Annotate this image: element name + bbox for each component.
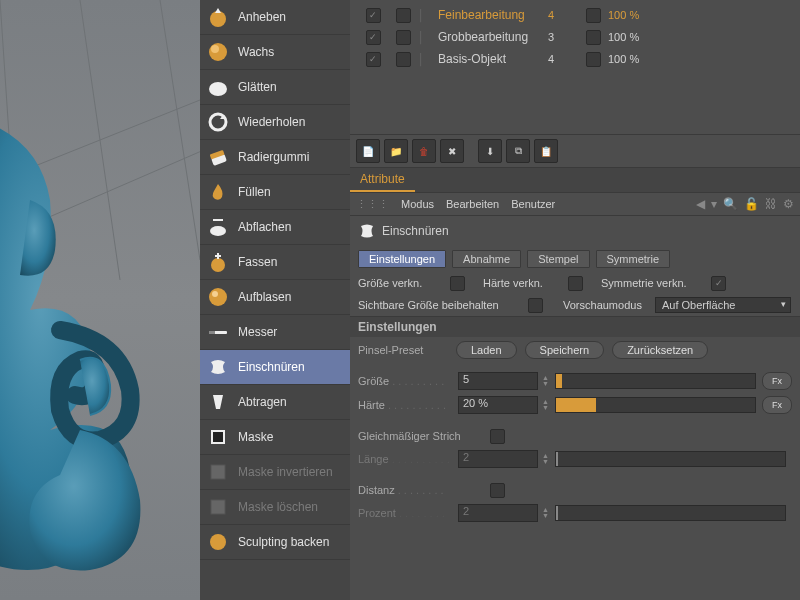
tool-label: Füllen	[238, 185, 271, 199]
spinner-icon: ▲▼	[542, 453, 549, 465]
tool-label: Abtragen	[238, 395, 287, 409]
svg-rect-23	[211, 500, 225, 514]
tool-aufblasen[interactable]: Aufblasen	[200, 280, 350, 315]
tool-label: Maske löschen	[238, 500, 318, 514]
spinner-icon[interactable]: ▲▼	[542, 399, 549, 411]
svg-point-6	[210, 11, 226, 27]
extra-checkbox[interactable]	[586, 30, 601, 45]
svg-point-9	[209, 82, 227, 96]
tool-label: Aufblasen	[238, 290, 291, 304]
settings-icon[interactable]: ⚙	[783, 197, 794, 211]
tab-symmetrie[interactable]: Symmetrie	[596, 250, 671, 268]
tool-wachs[interactable]: Wachs	[200, 35, 350, 70]
reset-button[interactable]: Zurücksetzen	[612, 341, 708, 359]
svg-rect-19	[209, 331, 215, 334]
size-input[interactable]: 5	[458, 372, 538, 390]
visible-checkbox[interactable]	[366, 52, 381, 67]
add-layer-icon[interactable]: 📄	[356, 139, 380, 163]
level-row[interactable]: │ Basis-Objekt 4 100 %	[350, 48, 800, 70]
hardness-link-checkbox[interactable]	[568, 276, 583, 291]
lock-icon[interactable]: 🔓	[744, 197, 759, 211]
visible-checkbox[interactable]	[366, 30, 381, 45]
tool-maske[interactable]: Maske	[200, 420, 350, 455]
abtragen-icon	[206, 390, 230, 414]
tool-radiergummi[interactable]: Radiergummi	[200, 140, 350, 175]
distance-checkbox[interactable]	[490, 483, 505, 498]
menu-bearbeiten[interactable]: Bearbeiten	[446, 198, 499, 210]
level-name: Basis-Objekt	[438, 52, 548, 66]
percent-label: Prozent . . . . . . . .	[358, 507, 458, 519]
menu-benutzer[interactable]: Benutzer	[511, 198, 555, 210]
hardness-input[interactable]: 20 %	[458, 396, 538, 414]
length-slider	[555, 451, 786, 467]
nav-menu-icon[interactable]: ▾	[711, 197, 717, 211]
save-button[interactable]: Speichern	[525, 341, 605, 359]
tool-label: Wachs	[238, 45, 274, 59]
link-options-row: Größe verkn. Härte verkn. Symmetrie verk…	[350, 272, 800, 294]
spinner-icon[interactable]: ▲▼	[542, 375, 549, 387]
visible-size-checkbox[interactable]	[528, 298, 543, 313]
tool-label: Fassen	[238, 255, 277, 269]
menu-modus[interactable]: Modus	[401, 198, 434, 210]
tool-abflachen[interactable]: Abflachen	[200, 210, 350, 245]
fx-button[interactable]: Fx	[762, 396, 792, 414]
tool-maske-invertieren[interactable]: Maske invertieren	[200, 455, 350, 490]
symmetry-link-checkbox[interactable]	[711, 276, 726, 291]
tool-label: Abflachen	[238, 220, 291, 234]
tool-glaetten[interactable]: Glätten	[200, 70, 350, 105]
tool-maske-loeschen[interactable]: Maske löschen	[200, 490, 350, 525]
tool-fassen[interactable]: Fassen	[200, 245, 350, 280]
extra-checkbox[interactable]	[586, 8, 601, 23]
tool-sculpting-backen[interactable]: Sculpting backen	[200, 525, 350, 560]
tool-einschnueren[interactable]: Einschnüren	[200, 350, 350, 385]
visible-checkbox[interactable]	[366, 8, 381, 23]
extra-checkbox[interactable]	[586, 52, 601, 67]
clear-icon[interactable]: ✖	[440, 139, 464, 163]
glaetten-icon	[206, 75, 230, 99]
copy-icon[interactable]: ⧉	[506, 139, 530, 163]
tool-palette: Anheben Wachs Glätten Wiederholen Radier…	[200, 0, 350, 600]
tab-abnahme[interactable]: Abnahme	[452, 250, 521, 268]
size-slider[interactable]	[555, 373, 756, 389]
fx-button[interactable]: Fx	[762, 372, 792, 390]
tool-label: Messer	[238, 325, 277, 339]
right-panel: │ Feinbearbeitung 4 100 % │ Grobbearbeit…	[350, 0, 800, 600]
level-subdiv: 3	[548, 31, 578, 43]
attribute-menubar: ⋮⋮⋮ Modus Bearbeiten Benutzer ◀ ▾ 🔍 🔓 ⛓ …	[350, 193, 800, 216]
tab-stempel[interactable]: Stempel	[527, 250, 589, 268]
lock-checkbox[interactable]	[396, 8, 411, 23]
attribute-tab[interactable]: Attribute	[350, 168, 415, 192]
folder-icon[interactable]: 📁	[384, 139, 408, 163]
paste-icon[interactable]: 📋	[534, 139, 558, 163]
lock-checkbox[interactable]	[396, 52, 411, 67]
level-subdiv: 4	[548, 9, 578, 21]
load-button[interactable]: Laden	[456, 341, 517, 359]
tool-anheben[interactable]: Anheben	[200, 0, 350, 35]
preview-mode-dropdown[interactable]: Auf Oberfläche	[655, 297, 791, 313]
hardness-slider[interactable]	[555, 397, 756, 413]
anheben-icon	[206, 5, 230, 29]
search-icon[interactable]: 🔍	[723, 197, 738, 211]
svg-point-24	[210, 534, 226, 550]
size-slider-row: Größe . . . . . . . . . 5 ▲▼ Fx	[350, 369, 800, 393]
tool-fuellen[interactable]: Füllen	[200, 175, 350, 210]
level-row[interactable]: │ Grobbearbeitung 3 100 %	[350, 26, 800, 48]
percent-slider-row: Prozent . . . . . . . . 2 ▲▼	[350, 501, 800, 525]
lock-checkbox[interactable]	[396, 30, 411, 45]
tool-messer[interactable]: Messer	[200, 315, 350, 350]
viewport-3d[interactable]	[0, 0, 200, 600]
symmetry-link-label: Symmetrie verkn.	[601, 277, 711, 289]
level-row[interactable]: │ Feinbearbeitung 4 100 %	[350, 4, 800, 26]
even-stroke-checkbox[interactable]	[490, 429, 505, 444]
delete-icon[interactable]: 🗑	[412, 139, 436, 163]
tool-abtragen[interactable]: Abtragen	[200, 385, 350, 420]
preset-row: Pinsel-Preset Laden Speichern Zurücksetz…	[350, 337, 800, 363]
size-link-checkbox[interactable]	[450, 276, 465, 291]
svg-rect-21	[213, 432, 223, 442]
preview-row: Sichtbare Größe beibehalten Vorschaumodu…	[350, 294, 800, 316]
link-icon[interactable]: ⛓	[765, 197, 777, 211]
tab-einstellungen[interactable]: Einstellungen	[358, 250, 446, 268]
nav-back-icon[interactable]: ◀	[696, 197, 705, 211]
merge-icon[interactable]: ⬇	[478, 139, 502, 163]
tool-wiederholen[interactable]: Wiederholen	[200, 105, 350, 140]
